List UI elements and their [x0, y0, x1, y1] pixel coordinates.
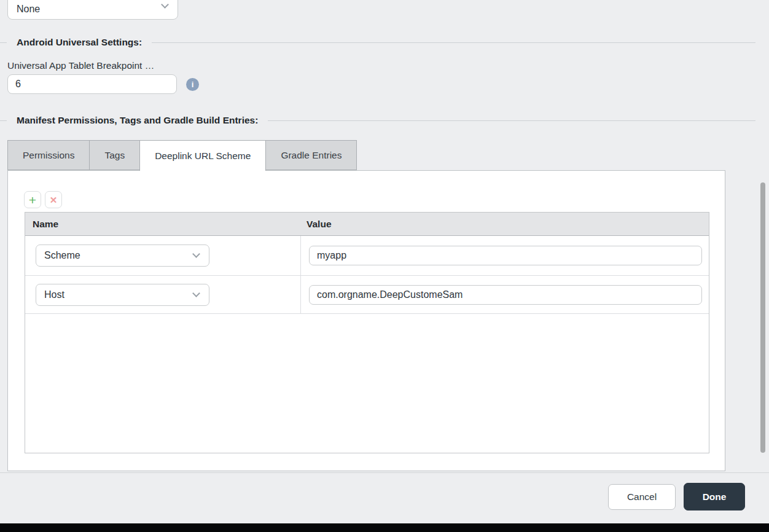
bottom-bar	[0, 523, 769, 532]
name-dropdown-value: Host	[44, 289, 64, 300]
divider-line	[0, 42, 7, 43]
top-dropdown-value: None	[17, 4, 40, 15]
tab-bar: Permissions Tags Deeplink URL Scheme Gra…	[7, 140, 357, 171]
name-dropdown-scheme[interactable]: Scheme	[36, 244, 209, 267]
plus-icon: +	[29, 194, 36, 206]
x-icon: ✕	[50, 195, 58, 205]
breakpoint-label: Universal App Tablet Breakpoint …	[7, 60, 154, 71]
breakpoint-input[interactable]	[7, 74, 177, 94]
column-header-name: Name	[25, 219, 301, 230]
divider-line	[0, 120, 7, 121]
table-header: Name Value	[25, 213, 709, 236]
section-title: Android Universal Settings:	[17, 37, 142, 48]
remove-row-button[interactable]: ✕	[45, 191, 62, 208]
cancel-button[interactable]: Cancel	[608, 484, 676, 510]
section-android-universal: Android Universal Settings:	[0, 37, 755, 48]
chevron-down-icon	[161, 1, 169, 9]
section-manifest: Manifest Permissions, Tags and Gradle Bu…	[0, 115, 755, 126]
tab-permissions[interactable]: Permissions	[7, 140, 90, 170]
tab-tags[interactable]: Tags	[89, 140, 140, 170]
scrollbar[interactable]	[760, 182, 765, 453]
table-row: Host	[25, 276, 709, 314]
divider-line	[152, 42, 755, 43]
value-input-scheme[interactable]	[309, 246, 702, 265]
table-row: Scheme	[25, 236, 709, 276]
info-icon[interactable]: i	[186, 78, 199, 91]
tab-deeplink-url-scheme[interactable]: Deeplink URL Scheme	[139, 140, 266, 171]
table-empty-area	[25, 314, 709, 453]
info-icon-glyph: i	[192, 80, 194, 89]
divider-line	[268, 120, 755, 121]
done-button[interactable]: Done	[684, 483, 745, 510]
build-settings-dialog: None Android Universal Settings: Univers…	[0, 0, 769, 532]
value-input-host[interactable]	[309, 285, 702, 305]
name-dropdown-value: Scheme	[44, 250, 80, 261]
add-row-button[interactable]: +	[24, 191, 41, 208]
top-dropdown[interactable]: None	[7, 0, 178, 20]
tab-content-panel: + ✕ Name Value Scheme	[7, 170, 725, 471]
footer-divider	[0, 472, 769, 473]
chevron-down-icon	[192, 250, 200, 258]
chevron-down-icon	[192, 289, 200, 297]
name-dropdown-host[interactable]: Host	[36, 284, 209, 306]
section-title: Manifest Permissions, Tags and Gradle Bu…	[17, 115, 258, 126]
column-header-value: Value	[301, 219, 332, 230]
deeplink-table: Name Value Scheme Host	[25, 212, 709, 453]
tab-gradle-entries[interactable]: Gradle Entries	[265, 140, 357, 170]
